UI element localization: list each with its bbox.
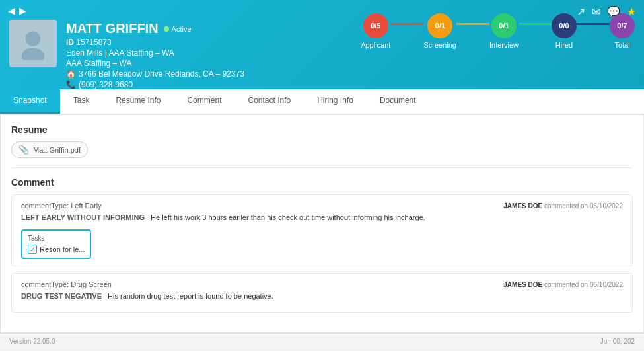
tab-comment[interactable]: Comment: [174, 89, 234, 114]
comment-date-1: 06/10/2022: [590, 202, 623, 210]
hired-value: 0/0: [559, 22, 569, 30]
comment-section: Comment commentType: Left Early JAMES DO…: [11, 177, 633, 313]
stage-label-hired: Hired: [555, 41, 573, 49]
comment-type-label-1: commentType:: [21, 202, 69, 210]
comment-author-name-2: JAMES DOE: [503, 281, 542, 288]
total-value: 0/7: [617, 22, 627, 30]
active-label: Active: [172, 25, 192, 33]
comment-date-2: 06/10/2022: [590, 281, 623, 288]
star-icon[interactable]: ★: [627, 5, 636, 18]
tab-resume-info[interactable]: Resume Info: [102, 89, 174, 114]
tab-task[interactable]: Task: [60, 89, 103, 114]
stage-line-interview: [519, 23, 552, 25]
stage-screening: 0/1 Screening: [423, 13, 456, 49]
comment-body-2: DRUG TEST NEGATIVE His random drug test …: [21, 292, 623, 300]
resume-file-button[interactable]: 📎 Matt Griffin.pdf: [11, 141, 88, 158]
stage-label-total: Total: [614, 41, 629, 49]
nav-arrows[interactable]: ◀ ▶: [8, 5, 26, 16]
comment-action-2: commented on: [544, 281, 588, 288]
stage-label-applicant: Applicant: [361, 41, 390, 49]
svg-point-1: [22, 48, 45, 60]
person-phone: 📞 (909) 328-9680: [66, 80, 345, 89]
stage-group-interview: 0/1 Interview: [489, 13, 552, 49]
stage-label-interview: Interview: [489, 41, 519, 49]
tasks-box-1[interactable]: Tasks ✓ Reson for le...: [21, 229, 91, 259]
comment-section-title: Comment: [11, 177, 633, 188]
person-id: ID 15715873: [66, 38, 345, 47]
screening-value: 0/1: [435, 22, 445, 30]
header-top-icons: ↗ ✉ 💬 ★: [577, 5, 636, 18]
stage-group-applicant: 0/5 Applicant: [361, 13, 423, 49]
person-info: MATT GRIFFIN Active ID 15715873 Eden Mil…: [66, 7, 345, 89]
comment-tag-2: DRUG TEST NEGATIVE: [21, 292, 102, 300]
stage-applicant: 0/5 Applicant: [361, 13, 390, 49]
chat-icon[interactable]: 💬: [607, 5, 620, 18]
stage-interview: 0/1 Interview: [489, 13, 519, 49]
stage-circle-screening[interactable]: 0/1: [427, 13, 452, 38]
main-content: Resume 📎 Matt Griffin.pdf Comment commen…: [0, 114, 644, 333]
forward-arrow-icon[interactable]: ▶: [19, 5, 26, 16]
tab-hiring-info[interactable]: Hiring Info: [304, 89, 367, 114]
name-text: MATT GRIFFIN: [66, 21, 159, 36]
version-label: Version 22.05.0: [9, 338, 55, 345]
tab-document[interactable]: Document: [367, 89, 429, 114]
stage-circle-applicant[interactable]: 0/5: [363, 13, 388, 38]
stage-line-screening: [456, 23, 489, 25]
email-icon[interactable]: ✉: [592, 5, 600, 18]
tasks-label-1: Tasks: [28, 235, 85, 242]
stage-label-screening: Screening: [423, 41, 456, 49]
comment-action-1: commented on: [544, 202, 588, 210]
resume-section: Resume 📎 Matt Griffin.pdf: [11, 124, 633, 158]
comment-tag-1: LEFT EARLY WITHOUT INFORMING: [21, 214, 145, 221]
applicant-value: 0/5: [371, 22, 380, 30]
comment-card-1: commentType: Left Early JAMES DOE commen…: [11, 194, 633, 266]
person-company1: Eden Mills | AAA Staffing – WA: [66, 48, 345, 58]
person-address: 🏠 3766 Bel Meadow Drive Redlands, CA – 9…: [66, 69, 345, 79]
person-name: MATT GRIFFIN Active: [66, 21, 345, 36]
resume-title: Resume: [11, 124, 633, 135]
phone-icon: 📞: [66, 80, 76, 89]
task-text-1: Reson for le...: [40, 245, 85, 253]
footer-date: Jun 00, 202: [600, 338, 635, 345]
share-icon[interactable]: ↗: [577, 5, 585, 18]
comment-text-2: His random drug test report is found to …: [108, 292, 273, 300]
comment-type-1: commentType: Left Early: [21, 202, 102, 210]
stage-circle-hired[interactable]: 0/0: [552, 13, 577, 38]
task-check-icon-1: ✓: [28, 245, 37, 254]
stage-hired: 0/0 Hired: [552, 13, 577, 49]
comment-header-2: commentType: Drug Screen JAMES DOE comme…: [21, 280, 623, 288]
resume-file-name: Matt Griffin.pdf: [33, 146, 81, 154]
task-item-1: ✓ Reson for le...: [28, 245, 85, 254]
comment-author-name-1: JAMES DOE: [503, 202, 542, 210]
header: ◀ ▶ ↗ ✉ 💬 ★ MATT GRIFFIN Active ID 15715…: [0, 0, 644, 89]
comment-type-2: commentType: Drug Screen: [21, 280, 112, 288]
comment-author-1: JAMES DOE commented on 06/10/2022: [503, 202, 623, 210]
comment-type-value-1: Left Early: [71, 202, 101, 210]
comment-card-2: commentType: Drug Screen JAMES DOE comme…: [11, 273, 633, 313]
footer: Version 22.05.0 Jun 00, 202: [0, 333, 644, 349]
stage-circle-interview[interactable]: 0/1: [491, 13, 517, 38]
address-text: 3766 Bel Meadow Drive Redlands, CA – 923…: [79, 69, 244, 79]
stage-group-hired: 0/0 Hired: [552, 13, 610, 49]
comment-type-label-2: commentType:: [21, 280, 69, 288]
tabs: Snapshot Task Resume Info Comment Contac…: [0, 89, 644, 114]
svg-point-0: [26, 31, 41, 46]
comment-body-1: LEFT EARLY WITHOUT INFORMING He left his…: [21, 214, 623, 221]
clip-icon: 📎: [18, 145, 29, 155]
id-label: ID: [66, 38, 74, 47]
comment-header-1: commentType: Left Early JAMES DOE commen…: [21, 202, 623, 210]
tab-snapshot[interactable]: Snapshot: [0, 89, 60, 114]
comment-text-1: He left his work 3 hours eariler than hi…: [151, 214, 425, 221]
id-value: 15715873: [76, 38, 111, 47]
tab-contact-info[interactable]: Contact Info: [234, 89, 304, 114]
back-arrow-icon[interactable]: ◀: [8, 5, 15, 16]
comment-author-2: JAMES DOE commented on 06/10/2022: [503, 281, 623, 288]
stage-line-applicant: [390, 23, 423, 25]
person-company2: AAA Staffing – WA: [66, 59, 345, 68]
interview-value: 0/1: [499, 22, 509, 30]
active-badge: Active: [164, 25, 192, 33]
comment-type-value-2: Drug Screen: [71, 280, 112, 288]
avatar: [9, 20, 57, 67]
divider: [11, 167, 633, 168]
stage-group-screening: 0/1 Screening: [423, 13, 489, 49]
